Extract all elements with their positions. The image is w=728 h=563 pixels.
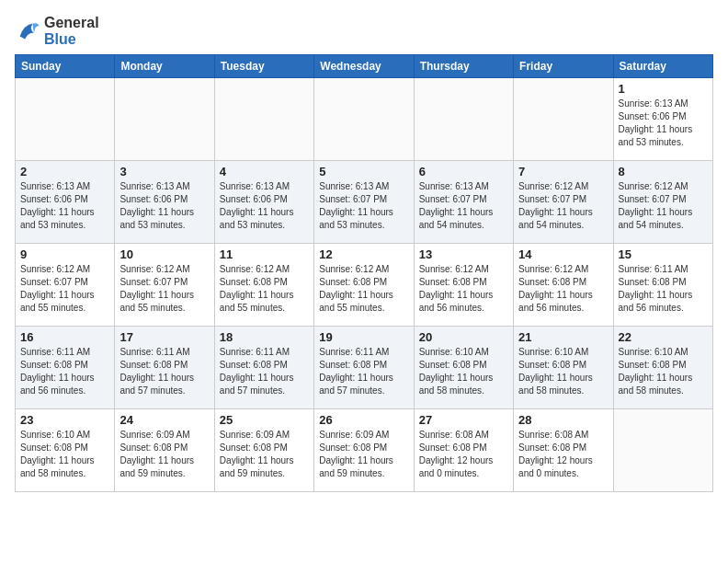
day-number: 15	[619, 247, 708, 261]
day-number: 9	[20, 247, 109, 261]
day-info: Sunrise: 6:13 AM Sunset: 6:06 PM Dayligh…	[619, 98, 708, 149]
day-number: 18	[220, 330, 309, 344]
calendar-cell: 12Sunrise: 6:12 AM Sunset: 6:08 PM Dayli…	[314, 244, 414, 327]
week-row-3: 9Sunrise: 6:12 AM Sunset: 6:07 PM Daylig…	[16, 244, 713, 327]
day-info: Sunrise: 6:10 AM Sunset: 6:08 PM Dayligh…	[619, 346, 708, 397]
weekday-header-tuesday: Tuesday	[214, 55, 313, 78]
calendar-cell: 24Sunrise: 6:09 AM Sunset: 6:08 PM Dayli…	[115, 409, 214, 492]
day-info: Sunrise: 6:12 AM Sunset: 6:07 PM Dayligh…	[619, 180, 708, 232]
week-row-4: 16Sunrise: 6:11 AM Sunset: 6:08 PM Dayli…	[16, 327, 713, 409]
day-number: 1	[619, 82, 708, 96]
calendar-cell	[115, 78, 214, 161]
day-info: Sunrise: 6:09 AM Sunset: 6:08 PM Dayligh…	[220, 429, 309, 480]
day-number: 7	[518, 165, 608, 178]
day-number: 19	[319, 330, 408, 344]
calendar-cell: 13Sunrise: 6:12 AM Sunset: 6:08 PM Dayli…	[414, 244, 513, 327]
day-number: 5	[319, 165, 408, 178]
day-info: Sunrise: 6:11 AM Sunset: 6:08 PM Dayligh…	[20, 346, 109, 397]
calendar-cell	[514, 78, 613, 161]
calendar-cell: 1Sunrise: 6:13 AM Sunset: 6:06 PM Daylig…	[613, 78, 712, 161]
day-number: 27	[419, 413, 508, 427]
calendar-cell: 15Sunrise: 6:11 AM Sunset: 6:08 PM Dayli…	[613, 244, 712, 327]
day-number: 16	[20, 330, 109, 344]
calendar-cell: 8Sunrise: 6:12 AM Sunset: 6:07 PM Daylig…	[613, 161, 712, 244]
day-info: Sunrise: 6:10 AM Sunset: 6:08 PM Dayligh…	[419, 346, 508, 397]
weekday-header-monday: Monday	[115, 55, 214, 78]
weekday-header-friday: Friday	[514, 55, 613, 78]
calendar-cell: 20Sunrise: 6:10 AM Sunset: 6:08 PM Dayli…	[414, 327, 513, 409]
week-row-2: 2Sunrise: 6:13 AM Sunset: 6:06 PM Daylig…	[16, 161, 713, 244]
calendar-cell: 21Sunrise: 6:10 AM Sunset: 6:08 PM Dayli…	[514, 327, 613, 409]
day-info: Sunrise: 6:12 AM Sunset: 6:08 PM Dayligh…	[220, 263, 309, 315]
calendar-table: SundayMondayTuesdayWednesdayThursdayFrid…	[15, 54, 713, 492]
day-number: 26	[319, 413, 408, 427]
day-number: 4	[220, 165, 309, 178]
calendar-cell: 11Sunrise: 6:12 AM Sunset: 6:08 PM Dayli…	[214, 244, 313, 327]
calendar-cell: 19Sunrise: 6:11 AM Sunset: 6:08 PM Dayli…	[314, 327, 414, 409]
day-number: 23	[20, 413, 109, 427]
day-info: Sunrise: 6:13 AM Sunset: 6:06 PM Dayligh…	[20, 180, 109, 232]
day-number: 22	[619, 330, 708, 344]
calendar-cell: 3Sunrise: 6:13 AM Sunset: 6:06 PM Daylig…	[115, 161, 214, 244]
day-number: 6	[419, 165, 508, 178]
calendar-cell: 22Sunrise: 6:10 AM Sunset: 6:08 PM Dayli…	[613, 327, 712, 409]
logo: General Blue	[15, 15, 99, 47]
calendar-cell	[314, 78, 414, 161]
calendar-cell: 18Sunrise: 6:11 AM Sunset: 6:08 PM Dayli…	[214, 327, 313, 409]
day-number: 20	[419, 330, 508, 344]
day-info: Sunrise: 6:11 AM Sunset: 6:08 PM Dayligh…	[220, 346, 309, 397]
calendar-cell: 25Sunrise: 6:09 AM Sunset: 6:08 PM Dayli…	[214, 409, 313, 492]
day-info: Sunrise: 6:11 AM Sunset: 6:08 PM Dayligh…	[119, 346, 209, 397]
day-number: 11	[220, 247, 309, 261]
day-number: 17	[119, 330, 209, 344]
calendar-cell: 2Sunrise: 6:13 AM Sunset: 6:06 PM Daylig…	[16, 161, 115, 244]
day-info: Sunrise: 6:08 AM Sunset: 6:08 PM Dayligh…	[419, 429, 508, 480]
calendar-cell	[16, 78, 115, 161]
page-header: General Blue	[15, 15, 713, 47]
weekday-header-row: SundayMondayTuesdayWednesdayThursdayFrid…	[16, 55, 713, 78]
calendar-cell: 9Sunrise: 6:12 AM Sunset: 6:07 PM Daylig…	[16, 244, 115, 327]
day-info: Sunrise: 6:12 AM Sunset: 6:07 PM Dayligh…	[20, 263, 109, 315]
day-number: 14	[518, 247, 608, 261]
day-number: 25	[220, 413, 309, 427]
calendar-cell: 16Sunrise: 6:11 AM Sunset: 6:08 PM Dayli…	[16, 327, 115, 409]
day-number: 21	[518, 330, 608, 344]
day-number: 8	[619, 165, 708, 178]
day-info: Sunrise: 6:11 AM Sunset: 6:08 PM Dayligh…	[619, 263, 708, 315]
day-info: Sunrise: 6:12 AM Sunset: 6:08 PM Dayligh…	[319, 263, 408, 315]
logo-general: General	[44, 15, 99, 31]
day-info: Sunrise: 6:12 AM Sunset: 6:08 PM Dayligh…	[518, 263, 608, 315]
day-info: Sunrise: 6:11 AM Sunset: 6:08 PM Dayligh…	[319, 346, 408, 397]
logo-blue: Blue	[44, 31, 99, 48]
day-number: 2	[20, 165, 109, 178]
calendar-cell	[613, 409, 712, 492]
weekday-header-wednesday: Wednesday	[314, 55, 414, 78]
weekday-header-saturday: Saturday	[613, 55, 712, 78]
calendar-cell	[414, 78, 513, 161]
day-info: Sunrise: 6:13 AM Sunset: 6:06 PM Dayligh…	[220, 180, 309, 232]
calendar-cell	[214, 78, 313, 161]
calendar-cell: 26Sunrise: 6:09 AM Sunset: 6:08 PM Dayli…	[314, 409, 414, 492]
day-info: Sunrise: 6:10 AM Sunset: 6:08 PM Dayligh…	[518, 346, 608, 397]
calendar-cell: 5Sunrise: 6:13 AM Sunset: 6:07 PM Daylig…	[314, 161, 414, 244]
day-info: Sunrise: 6:13 AM Sunset: 6:07 PM Dayligh…	[319, 180, 408, 232]
day-info: Sunrise: 6:13 AM Sunset: 6:06 PM Dayligh…	[119, 180, 209, 232]
calendar-cell: 6Sunrise: 6:13 AM Sunset: 6:07 PM Daylig…	[414, 161, 513, 244]
day-info: Sunrise: 6:09 AM Sunset: 6:08 PM Dayligh…	[319, 429, 408, 480]
day-number: 13	[419, 247, 508, 261]
week-row-5: 23Sunrise: 6:10 AM Sunset: 6:08 PM Dayli…	[16, 409, 713, 492]
day-number: 28	[518, 413, 608, 427]
day-info: Sunrise: 6:12 AM Sunset: 6:07 PM Dayligh…	[518, 180, 608, 232]
day-number: 12	[319, 247, 408, 261]
calendar-cell: 28Sunrise: 6:08 AM Sunset: 6:08 PM Dayli…	[514, 409, 613, 492]
calendar-cell: 17Sunrise: 6:11 AM Sunset: 6:08 PM Dayli…	[115, 327, 214, 409]
day-info: Sunrise: 6:09 AM Sunset: 6:08 PM Dayligh…	[119, 429, 209, 480]
day-number: 10	[119, 247, 209, 261]
calendar-cell: 10Sunrise: 6:12 AM Sunset: 6:07 PM Dayli…	[115, 244, 214, 327]
calendar-cell: 7Sunrise: 6:12 AM Sunset: 6:07 PM Daylig…	[514, 161, 613, 244]
calendar-cell: 14Sunrise: 6:12 AM Sunset: 6:08 PM Dayli…	[514, 244, 613, 327]
day-number: 3	[119, 165, 209, 178]
logo-bird-icon	[15, 18, 40, 44]
week-row-1: 1Sunrise: 6:13 AM Sunset: 6:06 PM Daylig…	[16, 78, 713, 161]
day-info: Sunrise: 6:13 AM Sunset: 6:07 PM Dayligh…	[419, 180, 508, 232]
